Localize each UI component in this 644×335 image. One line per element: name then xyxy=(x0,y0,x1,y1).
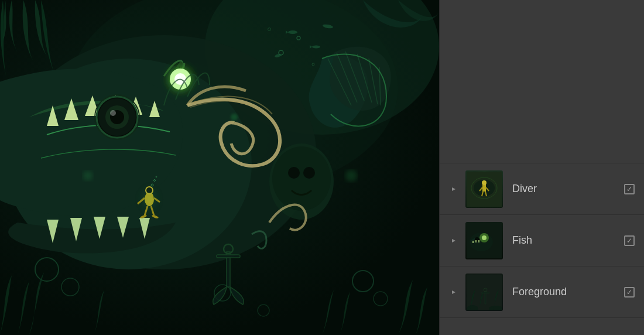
svg-rect-87 xyxy=(475,240,477,242)
thumb-foreground-preview xyxy=(465,274,503,311)
layer-name-diver: Diver xyxy=(512,183,624,195)
artwork-illustration xyxy=(0,0,439,335)
layer-thumbnail-foreground xyxy=(465,274,503,311)
svg-point-70 xyxy=(231,114,238,121)
svg-point-34 xyxy=(110,110,116,116)
layer-visibility-checkbox-foreground[interactable] xyxy=(624,287,635,298)
arrow-icon xyxy=(452,187,455,191)
svg-point-40 xyxy=(303,167,315,179)
thumb-diver-preview xyxy=(465,170,503,208)
svg-point-38 xyxy=(272,146,331,211)
svg-point-7 xyxy=(288,30,297,34)
layer-name-fish: Fish xyxy=(512,234,624,247)
panel-bottom-space xyxy=(440,317,644,335)
svg-point-39 xyxy=(288,167,300,179)
svg-point-71 xyxy=(345,170,357,182)
svg-point-75 xyxy=(482,180,487,185)
thumb-fish-preview xyxy=(465,222,503,259)
svg-rect-86 xyxy=(472,241,474,243)
svg-point-69 xyxy=(83,171,93,180)
layer-name-foreground: Foreground xyxy=(512,286,624,298)
artwork xyxy=(0,0,439,335)
svg-rect-67 xyxy=(217,255,240,258)
svg-point-9 xyxy=(312,46,320,49)
svg-rect-91 xyxy=(481,292,489,293)
svg-rect-74 xyxy=(482,184,486,192)
layers-top-space xyxy=(440,0,644,163)
arrow-icon xyxy=(452,290,455,294)
layer-item-foreground[interactable]: Foreground xyxy=(440,266,644,317)
layer-thumbnail-fish xyxy=(465,222,503,259)
layer-visibility-checkbox-diver[interactable] xyxy=(624,184,635,194)
svg-point-59 xyxy=(135,182,164,217)
layer-item-diver[interactable]: Diver xyxy=(440,163,644,214)
layer-expand-arrow-diver[interactable] xyxy=(449,184,458,194)
layer-visibility-checkbox-fish[interactable] xyxy=(624,235,635,246)
layers-panel: Diver xyxy=(439,0,644,335)
layer-item-fish[interactable]: Fish xyxy=(440,214,644,266)
svg-rect-88 xyxy=(478,240,479,242)
layer-expand-arrow-foreground[interactable] xyxy=(449,288,458,297)
arrow-icon xyxy=(452,239,455,242)
layer-expand-arrow-fish[interactable] xyxy=(449,236,458,245)
svg-point-84 xyxy=(482,235,487,240)
canvas-area xyxy=(0,0,439,335)
layer-thumbnail-diver xyxy=(465,170,503,208)
